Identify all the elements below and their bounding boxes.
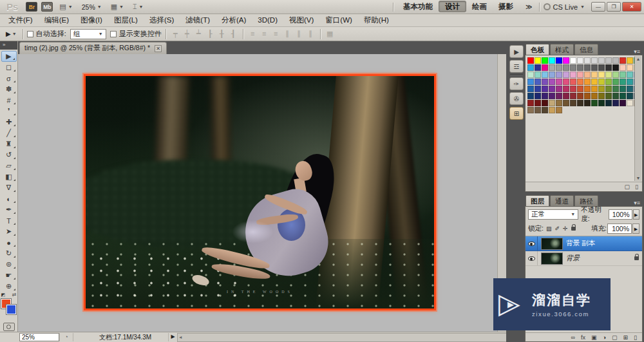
opacity-field[interactable]: 100% [609, 209, 632, 220]
color-swatch[interactable] [549, 86, 555, 92]
color-swatch[interactable] [584, 100, 591, 106]
marquee-tool[interactable]: ◻ [1, 62, 17, 73]
zoom-tool[interactable]: ⊕ [1, 281, 17, 292]
color-swatch[interactable] [605, 57, 612, 64]
zoom-level-control[interactable]: 25%▼ [79, 3, 104, 11]
color-swatch[interactable] [535, 64, 541, 71]
workspace-overflow-button[interactable]: ≫ [523, 3, 535, 10]
color-swatch[interactable] [612, 93, 619, 99]
auto-select-checkbox[interactable]: 自动选择: [27, 29, 66, 39]
color-swatch[interactable] [527, 93, 534, 99]
lock-option-icon[interactable]: ▨ [546, 225, 552, 232]
history-brush-tool[interactable]: ↺ [1, 149, 17, 160]
color-swatch[interactable] [577, 100, 583, 106]
color-swatch[interactable] [577, 93, 583, 99]
color-swatch[interactable] [605, 86, 612, 92]
rotate-3d-tool[interactable]: ↻ [1, 248, 17, 259]
pen-tool[interactable]: ✒ [1, 204, 17, 215]
color-swatch[interactable] [598, 64, 605, 71]
color-swatch[interactable] [612, 79, 619, 85]
color-swatch[interactable] [605, 100, 612, 106]
workspace-button[interactable]: 基本功能 [397, 1, 439, 12]
color-swatch[interactable] [535, 79, 541, 85]
new-swatch-icon[interactable]: ▢ [625, 184, 630, 190]
horizontal-scrollbar[interactable]: ◂ [177, 333, 506, 342]
color-swatch[interactable] [556, 71, 562, 78]
quick-selection-tool[interactable]: ✽ [1, 84, 17, 95]
color-swatch[interactable] [627, 79, 633, 85]
layer-row-background-copy[interactable]: 背景 副本 [526, 236, 642, 251]
show-transform-checkbox[interactable]: 显示变换控件 [110, 29, 162, 39]
cs-live-button[interactable]: CS Live ▼ [544, 3, 585, 11]
menu-item[interactable]: 选择(S) [144, 14, 180, 26]
visibility-toggle[interactable] [526, 251, 538, 265]
brush-presets-panel-icon[interactable]: ☲ [509, 60, 524, 73]
color-swatch[interactable] [527, 107, 534, 113]
color-swatch[interactable] [605, 64, 612, 71]
tool-preset-picker[interactable]: ▶▼ [4, 30, 19, 37]
color-swatch[interactable] [627, 71, 633, 78]
bridge-button[interactable]: Br [26, 2, 37, 12]
layers-tab[interactable]: 通道 [550, 195, 574, 206]
menu-item[interactable]: 3D(D) [252, 14, 283, 26]
color-swatch[interactable] [598, 93, 605, 99]
blend-mode-dropdown[interactable]: 正常▼ [528, 209, 578, 220]
brush-tool[interactable]: ╱ [1, 128, 17, 138]
layers-tab[interactable]: 路径 [574, 195, 598, 206]
swatches-scrollbar[interactable]: ▲▼ [634, 56, 641, 181]
adjustment-layer-icon[interactable]: ◑ [603, 334, 606, 341]
swap-colors-icon[interactable]: ⇄ [12, 292, 17, 298]
menu-item[interactable]: 文件(F) [3, 14, 39, 26]
color-swatch[interactable] [542, 79, 548, 85]
color-swatch[interactable] [584, 79, 591, 85]
color-swatch[interactable] [570, 86, 576, 92]
auto-align-layers-button[interactable]: ▦ [325, 30, 336, 38]
color-swatch[interactable] [563, 86, 569, 92]
color-swatch[interactable] [627, 64, 633, 71]
color-swatch[interactable] [584, 93, 591, 99]
color-swatch[interactable] [570, 64, 576, 71]
visibility-toggle[interactable] [526, 236, 538, 251]
layer-thumbnail[interactable] [541, 252, 563, 265]
color-swatch[interactable] [605, 93, 612, 99]
color-swatch[interactable] [535, 57, 541, 64]
color-swatch[interactable] [612, 86, 619, 92]
color-swatch[interactable] [535, 86, 541, 92]
color-swatch[interactable] [577, 71, 583, 78]
delete-layer-icon[interactable]: ▯ [634, 334, 637, 341]
menu-item[interactable]: 视图(V) [283, 14, 319, 26]
color-swatch[interactable] [591, 64, 598, 71]
color-swatch[interactable] [584, 86, 591, 92]
color-swatch[interactable] [605, 79, 612, 85]
color-swatch[interactable] [570, 57, 576, 64]
color-swatch[interactable] [563, 93, 569, 99]
layer-name[interactable]: 背景 副本 [566, 239, 595, 248]
arrange-documents-button[interactable]: ▦▼ [108, 3, 126, 11]
color-swatch[interactable] [591, 71, 598, 78]
color-swatch[interactable] [591, 79, 598, 85]
eyedropper-tool[interactable]: ❜ [1, 106, 17, 117]
layers-tab[interactable]: 图层 [526, 195, 549, 206]
color-swatch[interactable] [549, 57, 555, 64]
color-swatch[interactable] [570, 93, 576, 99]
color-swatch[interactable] [620, 93, 626, 99]
color-swatch[interactable] [549, 107, 555, 113]
lasso-tool[interactable]: σ [1, 73, 17, 84]
ellipse-tool[interactable]: ● [1, 237, 17, 248]
screen-mode-button[interactable]: ⌶▼ [130, 3, 146, 11]
fill-spinner[interactable]: ▶ [632, 223, 639, 234]
spot-healing-tool[interactable]: ✚ [1, 117, 17, 128]
color-swatch[interactable] [527, 100, 534, 106]
color-swatch[interactable] [549, 71, 555, 78]
menu-item[interactable]: 窗口(W) [319, 14, 358, 26]
layer-name[interactable]: 背景 [566, 254, 580, 263]
menu-item[interactable]: 滤镜(T) [180, 14, 216, 26]
color-swatch[interactable] [549, 100, 555, 106]
color-swatch[interactable] [527, 86, 534, 92]
default-colors-icon[interactable]: ◩ [1, 292, 6, 298]
color-swatch[interactable] [598, 86, 605, 92]
scroll-left-icon[interactable]: ◂ [179, 334, 182, 340]
lock-option-icon[interactable]: ✐ [554, 225, 560, 232]
menu-item[interactable]: 编辑(E) [39, 14, 75, 26]
color-swatch[interactable] [556, 86, 562, 92]
